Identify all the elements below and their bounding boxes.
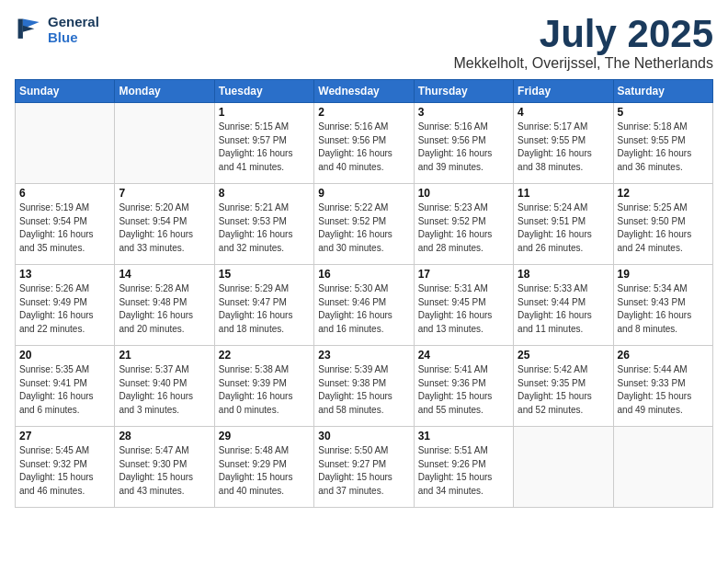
- day-info: Sunrise: 5:16 AMSunset: 9:56 PMDaylight:…: [318, 121, 409, 174]
- day-number: 31: [418, 430, 509, 442]
- header-day-wednesday: Wednesday: [314, 80, 414, 103]
- page-header: General Blue July 2025 Mekkelholt, Overi…: [15, 15, 713, 72]
- day-number: 26: [618, 349, 709, 362]
- day-number: 12: [618, 187, 709, 200]
- day-info: Sunrise: 5:31 AMSunset: 9:45 PMDaylight:…: [418, 282, 509, 336]
- week-row-3: 13Sunrise: 5:26 AMSunset: 9:49 PMDayligh…: [16, 265, 713, 346]
- calendar-cell: 3Sunrise: 5:16 AMSunset: 9:56 PMDaylight…: [414, 103, 513, 184]
- calendar-cell: 18Sunrise: 5:33 AMSunset: 9:44 PMDayligh…: [514, 265, 613, 346]
- calendar-cell: 5Sunrise: 5:18 AMSunset: 9:55 PMDaylight…: [613, 103, 712, 184]
- calendar-cell: 19Sunrise: 5:34 AMSunset: 9:43 PMDayligh…: [613, 265, 712, 346]
- header-day-friday: Friday: [514, 80, 613, 103]
- day-number: 21: [119, 349, 210, 362]
- day-info: Sunrise: 5:45 AMSunset: 9:32 PMDaylight:…: [19, 444, 110, 498]
- calendar-cell: [16, 103, 115, 184]
- day-number: 14: [119, 268, 210, 281]
- day-info: Sunrise: 5:51 AMSunset: 9:26 PMDaylight:…: [418, 444, 509, 498]
- calendar-cell: 16Sunrise: 5:30 AMSunset: 9:46 PMDayligh…: [314, 265, 414, 346]
- header-day-monday: Monday: [115, 80, 214, 103]
- day-number: 13: [19, 268, 110, 281]
- header-day-saturday: Saturday: [613, 80, 712, 103]
- calendar-cell: 8Sunrise: 5:21 AMSunset: 9:53 PMDaylight…: [214, 184, 313, 265]
- logo-text: General Blue: [48, 15, 99, 45]
- calendar-cell: 12Sunrise: 5:25 AMSunset: 9:50 PMDayligh…: [613, 184, 712, 265]
- day-number: 16: [318, 268, 409, 281]
- day-info: Sunrise: 5:44 AMSunset: 9:33 PMDaylight:…: [618, 363, 709, 417]
- calendar-header: SundayMondayTuesdayWednesdayThursdayFrid…: [16, 80, 713, 103]
- calendar-cell: 21Sunrise: 5:37 AMSunset: 9:40 PMDayligh…: [115, 346, 214, 427]
- week-row-5: 27Sunrise: 5:45 AMSunset: 9:32 PMDayligh…: [16, 427, 713, 508]
- location-title: Mekkelholt, Overijssel, The Netherlands: [454, 55, 714, 72]
- calendar-cell: 11Sunrise: 5:24 AMSunset: 9:51 PMDayligh…: [514, 184, 613, 265]
- calendar-cell: 31Sunrise: 5:51 AMSunset: 9:26 PMDayligh…: [414, 427, 513, 508]
- day-number: 2: [318, 106, 409, 119]
- day-number: 1: [219, 106, 310, 119]
- day-number: 15: [219, 268, 310, 281]
- day-info: Sunrise: 5:17 AMSunset: 9:55 PMDaylight:…: [518, 121, 609, 174]
- calendar-cell: 28Sunrise: 5:47 AMSunset: 9:30 PMDayligh…: [115, 427, 214, 508]
- month-title: July 2025: [454, 15, 714, 53]
- day-number: 23: [318, 349, 409, 362]
- calendar-cell: 2Sunrise: 5:16 AMSunset: 9:56 PMDaylight…: [314, 103, 414, 184]
- calendar-cell: [613, 427, 712, 508]
- calendar-cell: 7Sunrise: 5:20 AMSunset: 9:54 PMDaylight…: [115, 184, 214, 265]
- day-info: Sunrise: 5:39 AMSunset: 9:38 PMDaylight:…: [318, 363, 409, 417]
- calendar-cell: [514, 427, 613, 508]
- calendar-cell: 1Sunrise: 5:15 AMSunset: 9:57 PMDaylight…: [214, 103, 313, 184]
- day-number: 6: [19, 187, 110, 200]
- calendar-cell: 23Sunrise: 5:39 AMSunset: 9:38 PMDayligh…: [314, 346, 414, 427]
- day-info: Sunrise: 5:16 AMSunset: 9:56 PMDaylight:…: [418, 121, 509, 174]
- day-number: 29: [219, 430, 310, 442]
- day-number: 25: [518, 349, 609, 362]
- day-info: Sunrise: 5:30 AMSunset: 9:46 PMDaylight:…: [318, 282, 409, 336]
- day-number: 10: [418, 187, 509, 200]
- day-info: Sunrise: 5:38 AMSunset: 9:39 PMDaylight:…: [219, 363, 310, 417]
- day-info: Sunrise: 5:23 AMSunset: 9:52 PMDaylight:…: [418, 201, 509, 255]
- calendar-cell: 17Sunrise: 5:31 AMSunset: 9:45 PMDayligh…: [414, 265, 513, 346]
- header-day-tuesday: Tuesday: [214, 80, 313, 103]
- day-info: Sunrise: 5:15 AMSunset: 9:57 PMDaylight:…: [219, 121, 310, 174]
- calendar-cell: 22Sunrise: 5:38 AMSunset: 9:39 PMDayligh…: [214, 346, 313, 427]
- day-number: 18: [518, 268, 609, 281]
- day-info: Sunrise: 5:18 AMSunset: 9:55 PMDaylight:…: [618, 121, 709, 174]
- day-info: Sunrise: 5:21 AMSunset: 9:53 PMDaylight:…: [219, 201, 310, 255]
- day-number: 7: [119, 187, 210, 200]
- calendar-cell: 25Sunrise: 5:42 AMSunset: 9:35 PMDayligh…: [514, 346, 613, 427]
- day-number: 11: [518, 187, 609, 200]
- calendar-cell: 10Sunrise: 5:23 AMSunset: 9:52 PMDayligh…: [414, 184, 513, 265]
- calendar-cell: 13Sunrise: 5:26 AMSunset: 9:49 PMDayligh…: [16, 265, 115, 346]
- day-number: 28: [119, 430, 210, 442]
- day-info: Sunrise: 5:29 AMSunset: 9:47 PMDaylight:…: [219, 282, 310, 336]
- calendar-cell: 20Sunrise: 5:35 AMSunset: 9:41 PMDayligh…: [16, 346, 115, 427]
- day-number: 8: [219, 187, 310, 200]
- calendar-cell: [115, 103, 214, 184]
- calendar-cell: 6Sunrise: 5:19 AMSunset: 9:54 PMDaylight…: [16, 184, 115, 265]
- week-row-2: 6Sunrise: 5:19 AMSunset: 9:54 PMDaylight…: [16, 184, 713, 265]
- day-number: 30: [318, 430, 409, 442]
- day-info: Sunrise: 5:26 AMSunset: 9:49 PMDaylight:…: [19, 282, 110, 336]
- header-day-thursday: Thursday: [414, 80, 513, 103]
- calendar-cell: 4Sunrise: 5:17 AMSunset: 9:55 PMDaylight…: [514, 103, 613, 184]
- calendar-cell: 9Sunrise: 5:22 AMSunset: 9:52 PMDaylight…: [314, 184, 414, 265]
- calendar-cell: 24Sunrise: 5:41 AMSunset: 9:36 PMDayligh…: [414, 346, 513, 427]
- week-row-1: 1Sunrise: 5:15 AMSunset: 9:57 PMDaylight…: [16, 103, 713, 184]
- logo-icon: [15, 16, 44, 45]
- day-number: 9: [318, 187, 409, 200]
- calendar-cell: 29Sunrise: 5:48 AMSunset: 9:29 PMDayligh…: [214, 427, 313, 508]
- day-number: 5: [618, 106, 709, 119]
- day-info: Sunrise: 5:20 AMSunset: 9:54 PMDaylight:…: [119, 201, 210, 255]
- day-info: Sunrise: 5:34 AMSunset: 9:43 PMDaylight:…: [618, 282, 709, 336]
- day-number: 3: [418, 106, 509, 119]
- calendar-cell: 27Sunrise: 5:45 AMSunset: 9:32 PMDayligh…: [16, 427, 115, 508]
- day-number: 27: [19, 430, 110, 442]
- calendar-cell: 30Sunrise: 5:50 AMSunset: 9:27 PMDayligh…: [314, 427, 414, 508]
- day-info: Sunrise: 5:42 AMSunset: 9:35 PMDaylight:…: [518, 363, 609, 417]
- calendar-cell: 14Sunrise: 5:28 AMSunset: 9:48 PMDayligh…: [115, 265, 214, 346]
- day-info: Sunrise: 5:19 AMSunset: 9:54 PMDaylight:…: [19, 201, 110, 255]
- day-info: Sunrise: 5:33 AMSunset: 9:44 PMDaylight:…: [518, 282, 609, 336]
- day-number: 20: [19, 349, 110, 362]
- day-info: Sunrise: 5:41 AMSunset: 9:36 PMDaylight:…: [418, 363, 509, 417]
- header-row: SundayMondayTuesdayWednesdayThursdayFrid…: [16, 80, 713, 103]
- day-info: Sunrise: 5:24 AMSunset: 9:51 PMDaylight:…: [518, 201, 609, 255]
- week-row-4: 20Sunrise: 5:35 AMSunset: 9:41 PMDayligh…: [16, 346, 713, 427]
